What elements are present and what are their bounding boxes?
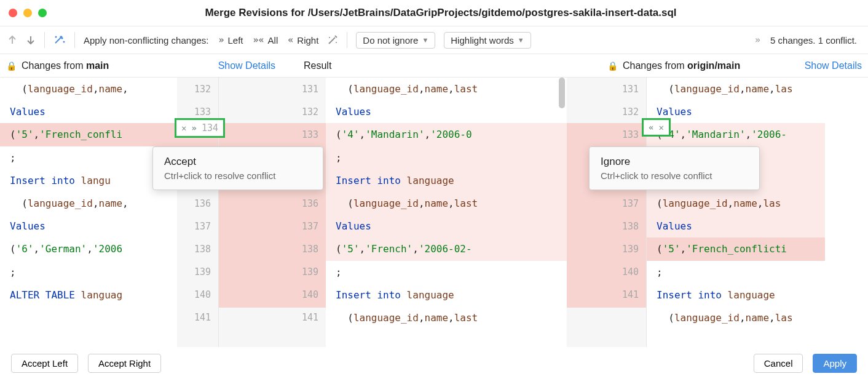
separator: [347, 32, 347, 48]
apply-left-button[interactable]: » Left: [217, 34, 243, 46]
lock-icon: 🔒: [6, 61, 17, 71]
cancel-button[interactable]: Cancel: [754, 354, 803, 373]
tooltip-subtitle: Ctrl+click to resolve conflict: [601, 170, 748, 181]
apply-all-button[interactable]: »« All: [252, 34, 278, 46]
left-header: Changes from main: [22, 60, 109, 71]
separator: [44, 32, 45, 48]
tooltip-title: Ignore: [601, 156, 748, 168]
accept-left-change-control: ✕ » 134: [175, 118, 225, 138]
right-header: Changes from origin/main: [623, 60, 740, 71]
svg-point-2: [329, 37, 330, 38]
ignore-tooltip: Ignore Ctrl+click to resolve conflict: [589, 146, 760, 190]
apply-right-button[interactable]: « Right: [286, 34, 318, 46]
accept-right-change-control: « ✕: [642, 118, 671, 137]
window-title: Merge Revisions for /Users/JetBrains/Dat…: [22, 7, 859, 19]
caret-down-icon: ▼: [422, 36, 428, 44]
chevron-both-icon: »«: [253, 34, 264, 46]
svg-point-0: [55, 36, 57, 38]
right-gutter: 131 132 133 136 137 138 139 140 141: [567, 78, 647, 347]
tooltip-title: Accept: [164, 156, 312, 168]
merge-panes: (language_id,name, Values ('5','French_c…: [0, 78, 868, 347]
result-pane[interactable]: (language_id,name,last Values ('4','Mand…: [326, 78, 567, 347]
highlight-dropdown[interactable]: Highlight words ▼: [444, 32, 531, 49]
tooltip-subtitle: Ctrl+click to resolve conflict: [164, 170, 312, 181]
wand-icon[interactable]: [327, 34, 338, 46]
chevron-right-icon: »: [755, 34, 760, 46]
result-header: Result: [304, 60, 331, 71]
titlebar: Merge Revisions for /Users/JetBrains/Dat…: [0, 0, 868, 26]
footer: Accept Left Accept Right Cancel Apply: [0, 347, 868, 379]
toolbar: Apply non-conflicting changes: » Left »«…: [0, 26, 868, 54]
prev-change-button[interactable]: [7, 34, 17, 46]
changes-summary: 5 changes. 1 conflict.: [770, 35, 861, 46]
accept-right-button[interactable]: Accept Right: [88, 354, 161, 373]
svg-point-3: [336, 42, 337, 43]
accept-icon[interactable]: »: [191, 123, 196, 133]
accept-icon[interactable]: «: [649, 122, 653, 132]
right-pane[interactable]: (language_id,name,las Values ('4','Manda…: [647, 78, 825, 347]
accept-tooltip: Accept Ctrl+click to resolve conflict: [152, 146, 323, 190]
separator: [74, 32, 75, 48]
svg-point-1: [63, 41, 65, 43]
apply-button[interactable]: Apply: [813, 354, 857, 373]
caret-down-icon: ▼: [518, 36, 524, 44]
chevron-right-icon: »: [218, 34, 224, 46]
left-pane[interactable]: (language_id,name, Values ('5','French_c…: [0, 78, 177, 347]
accept-left-button[interactable]: Accept Left: [11, 354, 78, 373]
lock-icon: 🔒: [607, 61, 618, 71]
show-details-left-link[interactable]: Show Details: [218, 60, 275, 71]
center-gutter: 131 132 133 134 135 136 137 138 139 140 …: [219, 78, 326, 347]
ignore-icon[interactable]: ✕: [658, 122, 663, 132]
close-window-button[interactable]: [9, 9, 17, 17]
next-change-button[interactable]: [26, 34, 36, 46]
magic-resolve-icon[interactable]: [53, 34, 66, 46]
ignore-icon[interactable]: ✕: [181, 123, 186, 133]
scrollbar[interactable]: [559, 78, 565, 108]
apply-label: Apply non-conflicting changes:: [84, 35, 208, 46]
chevron-left-icon: «: [288, 34, 293, 46]
ignore-whitespace-dropdown[interactable]: Do not ignore ▼: [356, 32, 435, 49]
show-details-right-link[interactable]: Show Details: [805, 60, 862, 71]
column-headers: 🔒 Changes from main Show Details Result …: [0, 54, 868, 78]
